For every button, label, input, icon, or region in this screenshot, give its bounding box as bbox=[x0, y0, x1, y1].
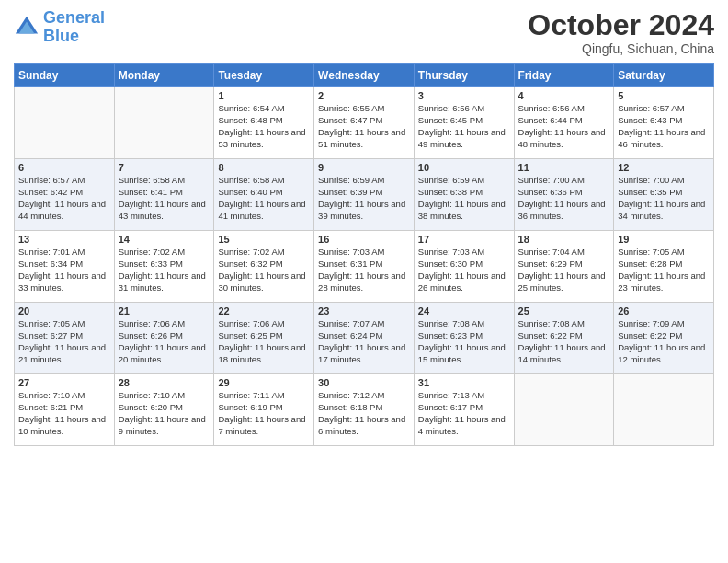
day-info: Sunrise: 7:00 AMSunset: 6:36 PMDaylight:… bbox=[518, 175, 610, 222]
day-number: 11 bbox=[518, 162, 610, 173]
day-info: Sunrise: 7:12 AMSunset: 6:18 PMDaylight:… bbox=[318, 390, 410, 437]
calendar-cell: 21Sunrise: 7:06 AMSunset: 6:26 PMDayligh… bbox=[114, 303, 214, 374]
day-info: Sunrise: 7:04 AMSunset: 6:29 PMDaylight:… bbox=[518, 247, 610, 293]
logo-line2: Blue bbox=[43, 27, 79, 45]
calendar-cell: 30Sunrise: 7:12 AMSunset: 6:18 PMDayligh… bbox=[314, 374, 415, 446]
day-info: Sunrise: 6:57 AMSunset: 6:43 PMDaylight:… bbox=[618, 103, 710, 150]
day-number: 9 bbox=[318, 162, 410, 173]
day-number: 20 bbox=[18, 305, 110, 316]
calendar-cell: 15Sunrise: 7:02 AMSunset: 6:32 PMDayligh… bbox=[214, 231, 314, 303]
day-info: Sunrise: 7:06 AMSunset: 6:26 PMDaylight:… bbox=[119, 318, 210, 365]
logo-icon bbox=[14, 15, 40, 40]
calendar-week-2: 6Sunrise: 6:57 AMSunset: 6:42 PMDaylight… bbox=[15, 159, 714, 231]
day-number: 30 bbox=[318, 377, 410, 388]
day-number: 16 bbox=[318, 234, 410, 245]
day-info: Sunrise: 7:10 AMSunset: 6:21 PMDaylight:… bbox=[18, 390, 110, 437]
calendar-header-monday: Monday bbox=[114, 64, 214, 87]
day-info: Sunrise: 7:02 AMSunset: 6:33 PMDaylight:… bbox=[119, 247, 210, 293]
day-info: Sunrise: 7:07 AMSunset: 6:24 PMDaylight:… bbox=[318, 318, 410, 365]
day-number: 28 bbox=[119, 377, 210, 388]
day-number: 26 bbox=[618, 305, 710, 316]
day-info: Sunrise: 7:11 AMSunset: 6:19 PMDaylight:… bbox=[218, 390, 310, 437]
day-info: Sunrise: 6:55 AMSunset: 6:47 PMDaylight:… bbox=[318, 103, 410, 150]
calendar-header-saturday: Saturday bbox=[614, 64, 714, 87]
calendar-header-friday: Friday bbox=[514, 64, 614, 87]
calendar-cell: 2Sunrise: 6:55 AMSunset: 6:47 PMDaylight… bbox=[314, 87, 415, 159]
calendar-cell: 3Sunrise: 6:56 AMSunset: 6:45 PMDaylight… bbox=[414, 87, 514, 159]
calendar-cell: 27Sunrise: 7:10 AMSunset: 6:21 PMDayligh… bbox=[15, 374, 115, 446]
day-info: Sunrise: 7:05 AMSunset: 6:27 PMDaylight:… bbox=[18, 318, 110, 365]
calendar-cell: 31Sunrise: 7:13 AMSunset: 6:17 PMDayligh… bbox=[414, 374, 514, 446]
page: General Blue October 2024 Qingfu, Sichua… bbox=[0, 0, 728, 563]
calendar-header-row: SundayMondayTuesdayWednesdayThursdayFrid… bbox=[15, 64, 714, 87]
calendar-cell: 6Sunrise: 6:57 AMSunset: 6:42 PMDaylight… bbox=[15, 159, 115, 231]
day-info: Sunrise: 6:59 AMSunset: 6:38 PMDaylight:… bbox=[418, 175, 510, 222]
day-number: 15 bbox=[218, 234, 310, 245]
calendar-cell: 20Sunrise: 7:05 AMSunset: 6:27 PMDayligh… bbox=[15, 303, 115, 374]
calendar-cell: 24Sunrise: 7:08 AMSunset: 6:23 PMDayligh… bbox=[414, 303, 514, 374]
day-number: 10 bbox=[418, 162, 510, 173]
day-number: 14 bbox=[119, 234, 210, 245]
calendar-cell: 22Sunrise: 7:06 AMSunset: 6:25 PMDayligh… bbox=[214, 303, 314, 374]
day-info: Sunrise: 7:10 AMSunset: 6:20 PMDaylight:… bbox=[119, 390, 210, 437]
day-number: 6 bbox=[18, 162, 110, 173]
logo-text: General Blue bbox=[43, 9, 105, 46]
day-info: Sunrise: 6:57 AMSunset: 6:42 PMDaylight:… bbox=[18, 175, 110, 222]
day-info: Sunrise: 7:03 AMSunset: 6:31 PMDaylight:… bbox=[318, 247, 410, 293]
subtitle: Qingfu, Sichuan, China bbox=[528, 41, 714, 56]
day-info: Sunrise: 6:54 AMSunset: 6:48 PMDaylight:… bbox=[218, 103, 310, 150]
day-number: 7 bbox=[119, 162, 210, 173]
day-number: 2 bbox=[318, 90, 410, 101]
calendar-header-thursday: Thursday bbox=[414, 64, 514, 87]
calendar-cell: 1Sunrise: 6:54 AMSunset: 6:48 PMDaylight… bbox=[214, 87, 314, 159]
day-number: 17 bbox=[418, 234, 510, 245]
day-number: 5 bbox=[618, 90, 710, 101]
day-info: Sunrise: 7:03 AMSunset: 6:30 PMDaylight:… bbox=[418, 247, 510, 293]
title-block: October 2024 Qingfu, Sichuan, China bbox=[528, 9, 714, 56]
calendar-cell: 4Sunrise: 6:56 AMSunset: 6:44 PMDaylight… bbox=[514, 87, 614, 159]
calendar-cell: 10Sunrise: 6:59 AMSunset: 6:38 PMDayligh… bbox=[414, 159, 514, 231]
day-number: 18 bbox=[518, 234, 610, 245]
day-number: 23 bbox=[318, 305, 410, 316]
calendar: SundayMondayTuesdayWednesdayThursdayFrid… bbox=[14, 63, 714, 446]
calendar-cell: 25Sunrise: 7:08 AMSunset: 6:22 PMDayligh… bbox=[514, 303, 614, 374]
main-title: October 2024 bbox=[528, 9, 714, 41]
day-number: 29 bbox=[218, 377, 310, 388]
day-number: 24 bbox=[418, 305, 510, 316]
header: General Blue October 2024 Qingfu, Sichua… bbox=[14, 9, 714, 56]
day-info: Sunrise: 7:08 AMSunset: 6:23 PMDaylight:… bbox=[418, 318, 510, 365]
logo-line1: General bbox=[43, 8, 105, 27]
calendar-cell: 12Sunrise: 7:00 AMSunset: 6:35 PMDayligh… bbox=[614, 159, 714, 231]
calendar-cell bbox=[514, 374, 614, 446]
day-number: 8 bbox=[218, 162, 310, 173]
calendar-header-sunday: Sunday bbox=[15, 64, 115, 87]
calendar-week-5: 27Sunrise: 7:10 AMSunset: 6:21 PMDayligh… bbox=[15, 374, 714, 446]
day-number: 27 bbox=[18, 377, 110, 388]
day-info: Sunrise: 7:02 AMSunset: 6:32 PMDaylight:… bbox=[218, 247, 310, 293]
calendar-cell: 5Sunrise: 6:57 AMSunset: 6:43 PMDaylight… bbox=[614, 87, 714, 159]
day-info: Sunrise: 6:56 AMSunset: 6:44 PMDaylight:… bbox=[518, 103, 610, 150]
day-number: 13 bbox=[18, 234, 110, 245]
day-info: Sunrise: 6:56 AMSunset: 6:45 PMDaylight:… bbox=[418, 103, 510, 150]
calendar-cell: 29Sunrise: 7:11 AMSunset: 6:19 PMDayligh… bbox=[214, 374, 314, 446]
day-info: Sunrise: 7:08 AMSunset: 6:22 PMDaylight:… bbox=[518, 318, 610, 365]
calendar-cell: 7Sunrise: 6:58 AMSunset: 6:41 PMDaylight… bbox=[114, 159, 214, 231]
calendar-cell: 11Sunrise: 7:00 AMSunset: 6:36 PMDayligh… bbox=[514, 159, 614, 231]
day-number: 22 bbox=[218, 305, 310, 316]
calendar-week-1: 1Sunrise: 6:54 AMSunset: 6:48 PMDaylight… bbox=[15, 87, 714, 159]
day-number: 12 bbox=[618, 162, 710, 173]
calendar-cell bbox=[114, 87, 214, 159]
day-info: Sunrise: 7:00 AMSunset: 6:35 PMDaylight:… bbox=[618, 175, 710, 222]
day-number: 3 bbox=[418, 90, 510, 101]
calendar-cell bbox=[15, 87, 115, 159]
calendar-header-tuesday: Tuesday bbox=[214, 64, 314, 87]
calendar-week-3: 13Sunrise: 7:01 AMSunset: 6:34 PMDayligh… bbox=[15, 231, 714, 303]
day-info: Sunrise: 7:09 AMSunset: 6:22 PMDaylight:… bbox=[618, 318, 710, 365]
calendar-cell: 8Sunrise: 6:58 AMSunset: 6:40 PMDaylight… bbox=[214, 159, 314, 231]
calendar-header-wednesday: Wednesday bbox=[314, 64, 415, 87]
calendar-cell bbox=[614, 374, 714, 446]
day-info: Sunrise: 7:06 AMSunset: 6:25 PMDaylight:… bbox=[218, 318, 310, 365]
calendar-cell: 28Sunrise: 7:10 AMSunset: 6:20 PMDayligh… bbox=[114, 374, 214, 446]
calendar-cell: 23Sunrise: 7:07 AMSunset: 6:24 PMDayligh… bbox=[314, 303, 415, 374]
calendar-cell: 18Sunrise: 7:04 AMSunset: 6:29 PMDayligh… bbox=[514, 231, 614, 303]
